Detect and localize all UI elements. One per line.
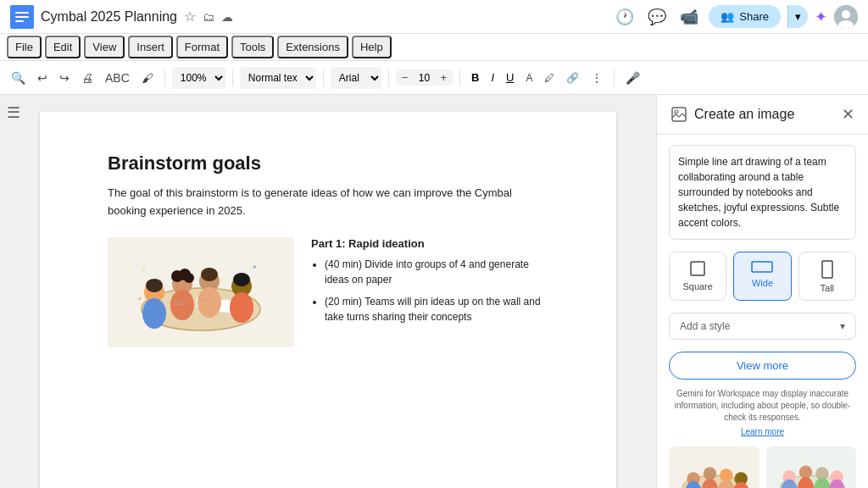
sidebar-toggle-button[interactable]: ☰: [7, 103, 20, 122]
doc-title: Cymbal 2025 Planning: [41, 9, 177, 25]
title-icons: ☆ 🗂 ☁: [184, 8, 233, 25]
highlight-button[interactable]: 🖊: [540, 69, 559, 87]
document-area: Brainstorm goals The goal of this brains…: [0, 95, 656, 488]
svg-point-16: [170, 290, 194, 320]
decrease-font-button[interactable]: −: [399, 71, 411, 84]
panel-title-row: Create an image: [670, 106, 794, 123]
document-page: Brainstorm goals The goal of this brains…: [40, 112, 616, 488]
bold-button[interactable]: B: [467, 69, 483, 86]
bullet-item-1: (40 min) Divide into groups of 4 and gen…: [325, 257, 548, 287]
dropdown-chevron-icon: ▾: [840, 320, 845, 332]
doc-heading: Brainstorm goals: [108, 152, 548, 175]
shape-square-button[interactable]: Square: [669, 252, 726, 301]
svg-point-19: [184, 273, 194, 283]
shape-wide-button[interactable]: Wide: [733, 252, 791, 301]
separator-6: [614, 69, 615, 86]
square-shape-icon: [688, 259, 707, 278]
disclaimer-text: Gemini for Workspace may display inaccur…: [669, 388, 856, 424]
prompt-text-box[interactable]: Simple line art drawing of a team collab…: [669, 145, 856, 240]
bullet-item-2: (20 min) Teams will pin ideas up on the …: [325, 294, 548, 324]
main-layout: ☰ Brainstorm goals The goal of this brai…: [0, 95, 868, 488]
voice-button[interactable]: 🎤: [621, 68, 644, 88]
link-button[interactable]: 🔗: [562, 69, 583, 87]
separator-1: [164, 69, 165, 86]
svg-rect-2: [15, 16, 29, 18]
menu-format[interactable]: Format: [176, 36, 228, 58]
search-button[interactable]: 🔍: [7, 68, 30, 88]
panel-title: Create an image: [694, 107, 794, 122]
menu-edit[interactable]: Edit: [45, 36, 81, 58]
undo-button[interactable]: ↩: [33, 68, 52, 88]
svg-rect-35: [752, 262, 772, 272]
panel-body: Simple line art drawing of a team collab…: [657, 135, 868, 488]
spellcheck-button[interactable]: ABC: [101, 68, 134, 88]
gemini-icon[interactable]: ✦: [815, 8, 827, 26]
menu-tools[interactable]: Tools: [231, 36, 274, 58]
share-label: Share: [739, 10, 769, 23]
square-label: Square: [682, 281, 712, 291]
font-size-control: − +: [396, 69, 453, 86]
style-label: Add a style: [680, 320, 730, 332]
tall-shape-icon: [821, 259, 834, 280]
team-illustration: ♪ ✦ ✦: [108, 237, 294, 347]
zoom-select[interactable]: 100%: [172, 67, 225, 89]
svg-text:✦: ✦: [252, 263, 258, 271]
comments-button[interactable]: 💬: [644, 4, 670, 30]
generated-images-grid: [669, 446, 856, 488]
style-dropdown[interactable]: Add a style ▾: [669, 313, 856, 340]
doc-body-text: The goal of this brainstorm is to genera…: [108, 185, 548, 220]
increase-font-button[interactable]: +: [437, 71, 449, 84]
folder-icon[interactable]: 🗂: [203, 10, 214, 24]
share-dropdown-button[interactable]: ▾: [787, 5, 808, 28]
learn-more-link[interactable]: Learn more: [669, 427, 856, 436]
panel-header: Create an image ✕: [657, 95, 868, 135]
view-more-button[interactable]: View more: [669, 352, 856, 380]
separator-3: [323, 69, 324, 86]
wide-shape-icon: [750, 259, 774, 274]
underline-button[interactable]: U: [502, 69, 518, 86]
meet-button[interactable]: 📹: [676, 4, 702, 30]
thumb2-svg: [766, 446, 857, 488]
doc-content-row: ♪ ✦ ✦ Part 1: Rapid ideation (40 min) Di…: [108, 237, 548, 347]
text-color-button[interactable]: A: [521, 69, 537, 87]
italic-button[interactable]: I: [487, 69, 498, 86]
redo-button[interactable]: ↪: [55, 68, 74, 88]
title-bar: Cymbal 2025 Planning ☆ 🗂 ☁ 🕐 💬 📹 👥 Share…: [0, 0, 868, 34]
svg-point-22: [201, 268, 218, 281]
menu-file[interactable]: File: [7, 36, 42, 58]
font-select[interactable]: Arial: [331, 67, 381, 89]
menu-view[interactable]: View: [84, 36, 125, 58]
svg-rect-3: [15, 20, 24, 22]
star-icon[interactable]: ☆: [184, 8, 196, 25]
svg-point-14: [146, 279, 163, 292]
shape-tall-button[interactable]: Tall: [798, 252, 856, 301]
generated-image-2[interactable]: [766, 446, 857, 488]
cloud-icon[interactable]: ☁: [221, 10, 233, 24]
svg-point-5: [842, 10, 850, 19]
text-style-select[interactable]: Normal text: [240, 67, 316, 89]
menu-help[interactable]: Help: [352, 36, 392, 58]
font-size-input[interactable]: [412, 72, 436, 84]
more-button[interactable]: ⋮: [587, 68, 607, 88]
svg-point-21: [198, 287, 221, 318]
share-button[interactable]: 👥 Share: [709, 5, 781, 28]
shape-options: Square Wide Tall: [669, 252, 856, 301]
paint-format-button[interactable]: 🖌: [137, 68, 158, 88]
print-button[interactable]: 🖨: [77, 68, 97, 88]
svg-rect-36: [822, 261, 832, 278]
share-icon: 👥: [721, 10, 734, 23]
thumb1-svg: [669, 446, 760, 488]
svg-point-25: [233, 273, 250, 286]
header-right: 🕐 💬 📹 👥 Share ▾ ✦: [612, 4, 858, 30]
generated-image-1[interactable]: [669, 446, 760, 488]
menu-extensions[interactable]: Extensions: [277, 36, 348, 58]
svg-text:✦: ✦: [137, 296, 142, 302]
user-avatar[interactable]: [834, 5, 858, 29]
svg-text:♪: ♪: [142, 263, 146, 273]
history-button[interactable]: 🕐: [612, 4, 637, 30]
svg-point-24: [230, 292, 253, 323]
close-panel-button[interactable]: ✕: [842, 105, 854, 124]
toolbar: 🔍 ↩ ↪ 🖨 ABC 🖌 100% Normal text Arial − +…: [0, 61, 868, 95]
doc-section: Part 1: Rapid ideation (40 min) Divide i…: [311, 237, 548, 331]
menu-insert[interactable]: Insert: [128, 36, 173, 58]
